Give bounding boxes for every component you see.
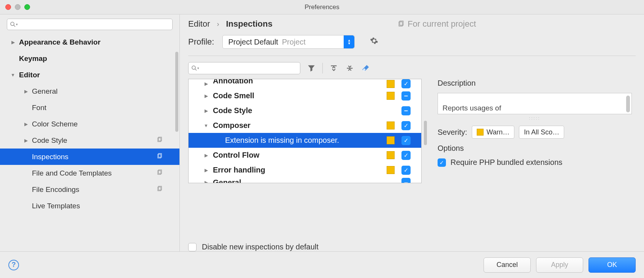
copy-icon (398, 21, 404, 27)
inspection-checkbox[interactable]: ✓ (401, 166, 411, 175)
warning-swatch-icon (387, 80, 395, 88)
collapse-all-icon[interactable] (345, 64, 355, 72)
disclosure-icon[interactable]: ▶ (23, 138, 29, 143)
sidebar-scrollbar[interactable] (175, 52, 178, 132)
inspection-checkbox[interactable]: – (401, 178, 411, 183)
dropdown-stepper-icon[interactable]: ▲▼ (344, 35, 354, 48)
maximize-window-button[interactable] (24, 4, 30, 10)
severity-dropdown[interactable]: Warn… (472, 126, 514, 139)
inspection-checkbox[interactable]: ✓ (401, 151, 411, 160)
inspection-row[interactable]: ▶Code Style– (189, 103, 421, 118)
disable-new-inspections-checkbox[interactable] (188, 243, 197, 251)
ok-button[interactable]: OK (588, 257, 636, 273)
sidebar-item-label: Code Style (32, 136, 67, 145)
disclosure-icon[interactable]: ▶ (203, 180, 209, 183)
breadcrumb-scope-hint: For current project (398, 19, 476, 29)
svg-point-0 (11, 22, 14, 26)
breadcrumb-item[interactable]: Editor (188, 19, 210, 29)
sidebar-item-file-encodings[interactable]: File Encodings (0, 181, 179, 198)
sidebar-item-font[interactable]: Font (0, 99, 179, 116)
warning-swatch-icon (387, 136, 395, 144)
filter-icon[interactable] (306, 64, 316, 72)
inspection-row[interactable]: ▶General– (189, 177, 421, 183)
disclosure-icon[interactable]: ▶ (203, 81, 209, 86)
disclosure-icon[interactable]: ▶ (203, 168, 209, 173)
sidebar-item-label: Editor (19, 71, 40, 79)
inspections-search-input[interactable] (188, 62, 300, 74)
inspections-tree[interactable]: ▶Annotation✓▶Code Smell–▶Code Style–▼Com… (188, 79, 422, 183)
gear-icon[interactable] (370, 37, 378, 47)
sidebar-item-label: Live Templates (32, 202, 80, 210)
warning-swatch-icon (387, 151, 395, 159)
sidebar-item-code-style[interactable]: ▶Code Style (0, 132, 179, 149)
inspection-label: Composer (213, 121, 251, 130)
options-label: Options (438, 144, 632, 153)
sidebar-item-editor[interactable]: ▼Editor (0, 67, 179, 83)
disclosure-icon[interactable]: ▶ (23, 89, 29, 94)
footer: ? Cancel Apply OK (0, 251, 644, 278)
sidebar-item-live-templates[interactable]: Live Templates (0, 198, 179, 214)
require-php-checkbox[interactable]: ✓ (438, 158, 446, 167)
profile-dropdown[interactable]: Project Default Project ▲▼ (222, 35, 355, 49)
close-window-button[interactable] (5, 4, 11, 10)
sidebar-item-label: File Encodings (32, 185, 79, 194)
disclosure-icon[interactable]: ▶ (203, 93, 209, 99)
inspection-checkbox[interactable]: – (401, 106, 411, 115)
inspection-checkbox[interactable]: ✓ (401, 121, 411, 130)
description-box[interactable]: Reports usages of (438, 93, 632, 114)
sidebar-item-appearance-behavior[interactable]: ▶Appearance & Behavior (0, 34, 179, 50)
search-icon (10, 21, 16, 27)
warning-swatch-icon (477, 129, 484, 136)
profile-value: Project Default (228, 38, 278, 46)
svg-line-1 (14, 25, 15, 27)
scope-dropdown[interactable]: In All Sco… (519, 126, 564, 139)
sidebar-item-file-and-code-templates[interactable]: File and Code Templates (0, 165, 179, 181)
disclosure-icon[interactable]: ▶ (203, 108, 209, 113)
inspection-checkbox[interactable]: – (401, 91, 411, 101)
search-options-chevron-icon[interactable]: ▾ (197, 66, 199, 70)
inspection-checkbox[interactable]: ✓ (401, 136, 411, 145)
inspection-label: Control Flow (213, 151, 259, 160)
search-options-chevron-icon[interactable]: ▾ (16, 22, 18, 26)
inspection-label: Annotation (213, 79, 253, 85)
eraser-icon[interactable] (361, 64, 371, 72)
svg-line-13 (195, 69, 197, 70)
sidebar-item-general[interactable]: ▶General (0, 83, 179, 99)
svg-point-12 (192, 66, 195, 69)
divider (188, 56, 636, 56)
inspection-row[interactable]: ▼Composer✓ (189, 118, 421, 133)
inspection-label: General (213, 178, 241, 184)
breadcrumb: Editor › Inspections For current project (180, 14, 644, 34)
sidebar-item-color-scheme[interactable]: ▶Color Scheme (0, 116, 179, 132)
inspection-row[interactable]: Extension is missing in composer.✓ (189, 133, 421, 148)
resize-grip-icon[interactable]: ::::: (438, 116, 632, 120)
minimize-window-button[interactable] (15, 4, 21, 10)
disclosure-icon[interactable]: ▶ (203, 153, 209, 158)
copy-icon (157, 137, 163, 144)
inspection-row[interactable]: ▶Code Smell– (189, 88, 421, 103)
inspection-checkbox[interactable]: ✓ (401, 79, 411, 88)
apply-button[interactable]: Apply (536, 257, 583, 273)
description-scrollbar[interactable] (626, 96, 630, 112)
inspection-row[interactable]: ▶Error handling✓ (189, 163, 421, 177)
disclosure-icon[interactable]: ▼ (203, 123, 209, 128)
sidebar-item-keymap[interactable]: Keymap (0, 50, 179, 67)
search-icon (191, 65, 197, 71)
sidebar-item-label: Inspections (32, 153, 68, 161)
expand-all-icon[interactable] (329, 64, 339, 72)
inspection-row[interactable]: ▶Control Flow✓ (189, 148, 421, 163)
disclosure-icon[interactable]: ▶ (23, 121, 29, 127)
help-icon[interactable]: ? (8, 260, 19, 270)
sidebar-item-inspections[interactable]: Inspections (0, 149, 179, 165)
warning-swatch-icon (387, 166, 395, 174)
disclosure-icon[interactable]: ▶ (10, 40, 16, 45)
copy-icon (157, 169, 163, 177)
disclosure-icon[interactable]: ▼ (10, 72, 16, 78)
inspection-label: Error handling (213, 166, 265, 174)
window-title: Preferences (305, 3, 339, 11)
cancel-button[interactable]: Cancel (484, 257, 531, 273)
sidebar-search-input[interactable] (7, 19, 173, 30)
breadcrumb-separator-icon: › (217, 20, 219, 28)
inspections-scrollbar[interactable] (424, 121, 427, 145)
inspection-row[interactable]: ▶Annotation✓ (189, 79, 421, 88)
